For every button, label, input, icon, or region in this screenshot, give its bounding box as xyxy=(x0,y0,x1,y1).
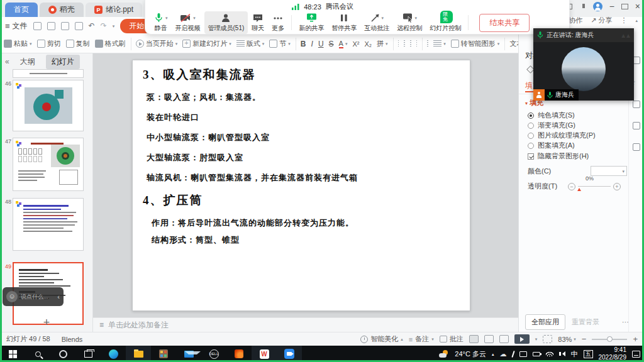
slide-thumbnail-48[interactable] xyxy=(13,198,84,251)
opacity-slider[interactable] xyxy=(578,186,611,187)
chat-button[interactable]: 聊天 xyxy=(248,11,268,34)
speaker-icon[interactable] xyxy=(559,351,565,356)
pen-tray-icon[interactable] xyxy=(511,350,514,357)
more-menu-icon[interactable]: ⋮ xyxy=(620,16,627,25)
minimize-button[interactable]: − xyxy=(609,1,614,11)
weather-text[interactable]: 24°C 多云 xyxy=(455,349,486,359)
slide-thumbnail-46[interactable] xyxy=(13,80,84,131)
ime-scheme-button[interactable]: 五 xyxy=(584,350,593,358)
fill-option-pattern[interactable]: 图案填充(A) xyxy=(528,141,575,150)
battery-icon[interactable] xyxy=(533,352,540,356)
subscript-button[interactable]: X₂ xyxy=(364,40,372,48)
strikethrough-button[interactable]: S xyxy=(329,40,334,48)
play-from-current-button[interactable]: 当页开始▾ xyxy=(136,39,178,48)
collapse-sidebar-icon[interactable]: « xyxy=(5,57,9,66)
theme-name-button[interactable]: Blends xyxy=(62,336,83,343)
slide-canvas[interactable]: 3、吸入室和集流器 泵：吸入室；风机：集流器。 装在叶轮进口 中小型轴流泵：喇叭… xyxy=(132,60,470,311)
slide-thumbnail-partial[interactable] xyxy=(13,69,84,78)
video-caret-icon[interactable]: ▾ xyxy=(193,16,196,20)
zoom-slider[interactable] xyxy=(592,339,627,340)
redo-icon[interactable]: ↷ xyxy=(101,21,107,30)
remote-control-button[interactable]: ▾ 远程控制 xyxy=(393,11,426,34)
fill-option-solid[interactable]: 纯色填充(S) xyxy=(528,111,575,120)
fill-option-picture[interactable]: 图片或纹理填充(P) xyxy=(528,131,596,140)
layout-button[interactable]: 版式▾ xyxy=(236,39,265,48)
annotate-caret-icon[interactable]: ▾ xyxy=(382,16,384,20)
remote-caret-icon[interactable]: ▾ xyxy=(415,16,418,20)
new-slide-button[interactable]: 新建幻灯片▾ xyxy=(182,39,231,48)
smart-beautify-button[interactable]: 智能美化▴ xyxy=(360,334,403,344)
annotate-button[interactable]: ▾ 互动批注 xyxy=(360,11,393,34)
bold-button[interactable]: B xyxy=(301,40,306,48)
copy-button[interactable]: 复制 xyxy=(66,39,90,48)
add-slide-button[interactable]: + xyxy=(0,316,93,329)
underline-button[interactable]: U xyxy=(318,40,324,48)
clock[interactable]: 9:412022/8/29 xyxy=(599,346,627,361)
undo-icon[interactable]: ↶ xyxy=(89,21,95,30)
more-button[interactable]: 更多 xyxy=(268,11,288,34)
opacity-minus-button[interactable]: − xyxy=(568,183,575,190)
close-button[interactable]: × xyxy=(635,1,640,11)
reset-background-button[interactable]: 重置背景 xyxy=(572,317,599,327)
weather-icon[interactable] xyxy=(439,350,449,358)
notes-input[interactable]: ≡ 单击此处添加备注 xyxy=(93,317,518,332)
display-tray-icon[interactable] xyxy=(519,351,527,357)
italic-button[interactable]: I xyxy=(311,40,313,48)
bullet-list-icon[interactable] xyxy=(427,40,428,47)
assistant-icon[interactable] xyxy=(633,143,640,151)
slide-control-button[interactable]: 限免 幻灯片控制 xyxy=(426,11,465,34)
file-menu[interactable]: ≡文件 xyxy=(5,21,28,31)
tencent-meeting-toolbar[interactable]: 48:23 腾讯会议 ▾ 静音 ▾ 开启视频 管理成员(51) 聊天 更多 新的… xyxy=(145,0,570,35)
account-avatar[interactable] xyxy=(593,2,602,11)
fit-slide-button[interactable] xyxy=(543,335,552,343)
smart-graphic-button[interactable]: 转智能图形▾ xyxy=(451,39,500,48)
save-icon[interactable] xyxy=(33,22,42,30)
normal-view-button[interactable] xyxy=(469,335,479,343)
superscript-button[interactable]: X² xyxy=(352,40,359,48)
preview-icon[interactable] xyxy=(75,22,83,30)
paste-button[interactable]: 粘贴▾ xyxy=(4,39,32,48)
apply-all-button[interactable]: 全部应用 xyxy=(525,314,565,330)
manage-members-button[interactable]: 管理成员(51) xyxy=(204,11,248,34)
align-center-icon[interactable] xyxy=(404,40,405,47)
collapse-ribbon-icon[interactable]: ▴ xyxy=(635,18,638,23)
tab-outline[interactable]: 大纲 xyxy=(14,55,41,69)
smiley-icon[interactable]: ☺ xyxy=(6,291,18,302)
slide-sorter-view-button[interactable] xyxy=(484,335,494,343)
ime-mode-button[interactable]: 中 xyxy=(571,349,578,359)
meeting-quick-chat-bubble[interactable]: ☺ 说点什么... ‹ xyxy=(3,287,64,306)
reading-view-button[interactable] xyxy=(499,335,509,343)
tab-docer[interactable]: 稻壳 xyxy=(40,3,84,17)
zoom-level-button[interactable]: 83%▾ xyxy=(558,336,576,343)
zoom-out-button[interactable]: − xyxy=(582,334,587,344)
share-button[interactable]: ↗分享 xyxy=(591,16,612,25)
zoom-knob[interactable] xyxy=(607,336,613,342)
slideshow-play-button[interactable] xyxy=(514,334,530,344)
hidden-icons-caret-icon[interactable]: ▴ xyxy=(492,352,494,356)
color-dropdown[interactable]: ▾ xyxy=(591,166,627,176)
notes-toggle-button[interactable]: ≡备注▾ xyxy=(409,334,434,344)
collapse-bubble-icon[interactable]: ‹ xyxy=(57,293,60,300)
mute-caret-icon[interactable]: ▾ xyxy=(165,16,168,20)
pinyin-button[interactable]: 拼▾ xyxy=(377,39,388,48)
font-color-button[interactable]: A▾ xyxy=(339,40,348,48)
section-button[interactable]: 节▾ xyxy=(269,39,291,48)
tab-wps-home[interactable]: 首页 xyxy=(5,3,38,17)
end-share-button[interactable]: 结束共享 xyxy=(479,14,530,32)
maximize-button[interactable] xyxy=(621,4,628,9)
action-center-icon[interactable] xyxy=(632,351,640,358)
align-justify-icon[interactable] xyxy=(416,40,418,47)
wifi-icon[interactable] xyxy=(546,351,553,356)
mute-button[interactable]: ▾ 静音 xyxy=(150,11,172,34)
quickbar-caret-icon[interactable]: ▾ xyxy=(113,24,115,28)
zoom-in-button[interactable]: + xyxy=(633,334,638,344)
pause-share-button[interactable]: 暂停共享 xyxy=(328,11,360,34)
numbered-list-button[interactable]: ▾ xyxy=(433,40,446,47)
opacity-plus-button[interactable]: + xyxy=(613,183,621,190)
layers-icon[interactable] xyxy=(633,101,640,108)
comments-button[interactable]: 批注 xyxy=(440,334,464,344)
animation-icon[interactable] xyxy=(633,122,640,129)
export-icon[interactable] xyxy=(47,22,55,30)
meeting-video-panel[interactable]: 正在讲话: 唐海兵 ▲▲ 唐海兵 xyxy=(533,28,634,101)
print-icon[interactable] xyxy=(61,22,69,30)
